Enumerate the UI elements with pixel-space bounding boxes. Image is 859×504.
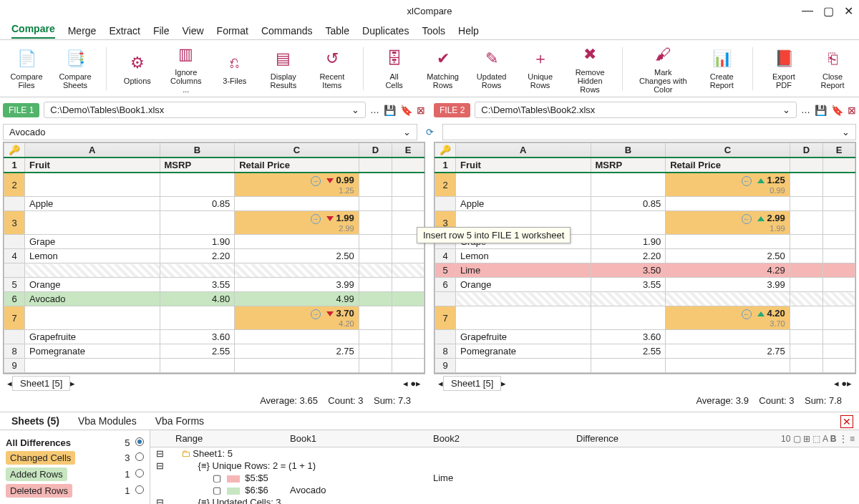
table-row[interactable]: Grapefruite3.60: [4, 330, 424, 344]
table-row[interactable]: 6Avocado4.804.99: [4, 292, 424, 306]
col-A[interactable]: A: [456, 143, 591, 158]
sheet-tab[interactable]: Sheet1 [5]: [443, 376, 501, 391]
chevron-down-icon[interactable]: ⌄: [782, 105, 790, 115]
ribbon-all-cells[interactable]: 🗄AllCells: [377, 48, 412, 89]
menu-table[interactable]: Table: [326, 25, 349, 37]
ribbon-ignore-columns-[interactable]: ▥IgnoreColumns ...: [168, 44, 204, 94]
menu-help[interactable]: Help: [458, 25, 479, 37]
menu-commands[interactable]: Commands: [261, 25, 313, 37]
table-row[interactable]: Apple0.85: [435, 197, 855, 211]
table-row[interactable]: 4Lemon2.202.50: [435, 249, 855, 263]
minimize-icon[interactable]: —: [802, 4, 813, 18]
col-C[interactable]: C: [666, 143, 790, 158]
col-D[interactable]: D: [790, 143, 822, 158]
sync-icon[interactable]: ⟳: [426, 127, 434, 137]
tab-vba-forms[interactable]: Vba Forms: [155, 415, 204, 427]
menu-merge[interactable]: Merge: [68, 25, 97, 37]
save-icon[interactable]: 💾: [815, 105, 827, 116]
table-row[interactable]: 8Pomegranate2.552.75: [4, 344, 424, 359]
filter-all-differences[interactable]: All Differences5: [6, 437, 144, 448]
ribbon-export-pdf[interactable]: 📕ExportPDF: [766, 48, 802, 89]
ribbon-close-report[interactable]: ⎗CloseReport: [815, 48, 850, 89]
menu-file[interactable]: File: [153, 25, 170, 37]
table-row[interactable]: 8Pomegranate2.552.75: [435, 344, 855, 359]
col-E[interactable]: E: [823, 143, 855, 158]
table-row[interactable]: 5Orange3.553.99: [4, 278, 424, 292]
ellipsis-icon[interactable]: …: [801, 105, 810, 115]
diff-row[interactable]: ⊟ {≡} Updated Cells: 3: [150, 496, 859, 504]
prev-sheet-icon[interactable]: ◂: [438, 378, 443, 389]
ribbon-updated-rows[interactable]: ✎UpdatedRows: [474, 48, 510, 89]
close-icon[interactable]: ✕: [844, 4, 853, 18]
table-row[interactable]: 7→ 3.704.20: [4, 306, 424, 330]
ribbon-recent-items[interactable]: ↺RecentItems: [314, 48, 350, 89]
formula-left[interactable]: Avocado⌄: [3, 124, 417, 140]
formula-right[interactable]: ⌄: [442, 124, 857, 140]
chevron-down-icon[interactable]: ⌄: [403, 127, 411, 137]
col-A[interactable]: A: [25, 143, 160, 158]
ribbon--files[interactable]: ⎌3-Files: [217, 52, 253, 85]
tag-icon[interactable]: 🔖: [400, 105, 412, 116]
table-row[interactable]: 2→ 0.991.25: [4, 173, 424, 197]
ribbon-create-report[interactable]: 📊CreateReport: [704, 48, 739, 89]
table-row[interactable]: 2← 1.250.99: [435, 173, 855, 197]
menu-duplicates[interactable]: Duplicates: [362, 25, 409, 37]
filter-deleted-rows[interactable]: Deleted Rows1: [6, 484, 144, 498]
ribbon-remove-hidden-rows[interactable]: ✖RemoveHidden Rows: [571, 44, 609, 94]
ribbon-compare-files[interactable]: 📄CompareFiles: [9, 48, 44, 89]
scroll-left-icon[interactable]: ◂ ●: [403, 378, 416, 389]
scroll-left-icon[interactable]: ◂ ●: [834, 378, 847, 389]
ribbon-matching-rows[interactable]: ✔MatchingRows: [425, 48, 461, 89]
table-row[interactable]: Apple0.85: [4, 197, 424, 211]
table-row[interactable]: [4, 263, 424, 278]
sheet-tab[interactable]: Sheet1 [5]: [12, 376, 70, 391]
table-row[interactable]: 5Lime3.504.29: [435, 263, 855, 278]
col-D[interactable]: D: [359, 143, 392, 158]
ellipsis-icon[interactable]: …: [370, 105, 379, 115]
menu-view[interactable]: View: [183, 25, 204, 37]
col-C[interactable]: C: [235, 143, 359, 158]
col-B[interactable]: B: [160, 143, 235, 158]
file1-path[interactable]: C:\Demo\Tables\Book1.xlsx⌄: [44, 102, 366, 118]
diff-row[interactable]: ▢ $5:$5Lime: [150, 472, 859, 484]
table-row[interactable]: [435, 292, 855, 306]
menu-tools[interactable]: Tools: [422, 25, 445, 37]
col-B[interactable]: B: [591, 143, 666, 158]
table-row[interactable]: Grape1.90: [4, 235, 424, 249]
next-sheet-icon[interactable]: ▸: [501, 378, 506, 389]
save-icon[interactable]: 💾: [384, 105, 396, 116]
tab-vba-modules[interactable]: Vba Modules: [78, 415, 137, 427]
table-row[interactable]: 6Orange3.553.99: [435, 278, 855, 292]
close-panel-icon[interactable]: ✕: [840, 415, 853, 428]
prev-sheet-icon[interactable]: ◂: [7, 378, 12, 389]
chevron-down-icon[interactable]: ⌄: [842, 127, 850, 137]
diff-row[interactable]: ▢ $6:$6Avocado: [150, 484, 859, 496]
filter-changed-cells[interactable]: Changed Cells3: [6, 451, 144, 465]
file2-path[interactable]: C:\Demo\Tables\Book2.xlsx⌄: [475, 102, 797, 118]
scroll-right-icon[interactable]: ▸: [847, 378, 852, 389]
menu-format[interactable]: Format: [217, 25, 248, 37]
tab-sheets-[interactable]: Sheets (5): [11, 415, 59, 427]
chevron-down-icon[interactable]: ⌄: [351, 105, 359, 115]
table-row[interactable]: Grapefruite3.60: [435, 330, 855, 344]
table-row[interactable]: 3→ 1.992.99: [4, 211, 424, 235]
maximize-icon[interactable]: ▢: [823, 4, 834, 18]
col-E[interactable]: E: [392, 143, 424, 158]
delete-icon[interactable]: ⊠: [417, 105, 425, 116]
filter-added-rows[interactable]: Added Rows1: [6, 467, 144, 481]
diff-row[interactable]: ⊟ 🗀 Sheet1: 5: [150, 447, 859, 460]
ribbon-unique-rows[interactable]: ＋UniqueRows: [523, 48, 558, 89]
diff-row[interactable]: ⊟ {≡} Unique Rows: 2 = (1 + 1): [150, 460, 859, 472]
ribbon-compare-sheets[interactable]: 📑CompareSheets: [57, 48, 93, 89]
next-sheet-icon[interactable]: ▸: [70, 378, 75, 389]
table-row[interactable]: 4Lemon2.202.50: [4, 249, 424, 263]
tag-icon[interactable]: 🔖: [831, 105, 843, 116]
scroll-right-icon[interactable]: ▸: [416, 378, 421, 389]
menu-extract[interactable]: Extract: [109, 25, 140, 37]
delete-icon[interactable]: ⊠: [848, 105, 856, 116]
ribbon-options[interactable]: ⚙Options: [120, 52, 155, 85]
menu-compare[interactable]: Compare: [11, 23, 55, 39]
ribbon-display-results[interactable]: ▤DisplayResults: [266, 48, 301, 89]
table-row[interactable]: 7← 4.203.70: [435, 306, 855, 330]
ribbon-mark-changes-with-color[interactable]: 🖌MarkChanges with Color: [635, 44, 691, 94]
